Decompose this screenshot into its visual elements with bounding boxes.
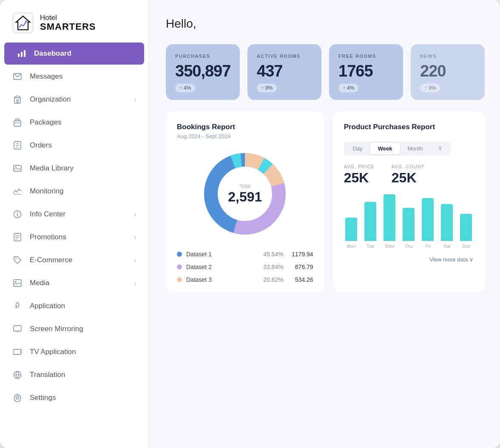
sidebar-item-messages[interactable]: Messages	[0, 65, 148, 88]
stat-badge-free-rooms: ↑ 4%	[338, 84, 358, 92]
sidebar-label-dashboard: Daseboard	[34, 49, 132, 58]
sidebar: Hotel SMARTERS Daseboard Messages	[0, 0, 149, 448]
sidebar-label-monitoring: Monitoring	[30, 187, 136, 196]
tab-month[interactable]: Month	[400, 143, 431, 154]
bar-day-label: Thu	[405, 244, 413, 249]
badge-pct-free-rooms: 4%	[347, 85, 354, 91]
tab-week[interactable]: Week	[370, 143, 400, 154]
legend-pct-1: 45.54%	[258, 251, 284, 258]
bar	[364, 202, 376, 241]
donut-chart-wrap: Total 2,591	[177, 147, 313, 241]
legend-val-1: 1179.94	[288, 251, 313, 258]
sidebar-item-application[interactable]: Application	[0, 295, 148, 317]
metric-avg-count: AVG. COUNT 25K	[392, 164, 425, 186]
chevron-right-icon4: ›	[134, 257, 136, 264]
tab-row: Day Week Month Y	[344, 142, 451, 156]
chevron-right-icon2: ›	[134, 211, 136, 218]
sidebar-label-promotions: Promotions	[30, 233, 128, 241]
logo-hotel: Hotel	[40, 14, 96, 22]
app-container: Hotel SMARTERS Daseboard Messages	[0, 0, 500, 448]
sidebar-label-settings: Settings	[30, 394, 136, 402]
sidebar-label-tv-application: TV Application	[30, 348, 136, 356]
sidebar-item-packages[interactable]: Packages	[0, 111, 148, 133]
stat-value-news: 220	[420, 62, 475, 80]
bar-day-label: Tue	[366, 244, 375, 249]
svg-rect-8	[18, 99, 19, 101]
sidebar-item-orders[interactable]: Orders	[0, 134, 148, 156]
purchases-title: Product Purchases Report	[344, 123, 474, 131]
stat-badge-active-rooms: ↑ 9%	[257, 84, 277, 92]
svg-rect-2	[18, 54, 20, 57]
svg-rect-27	[14, 280, 21, 286]
chevron-right-icon: ›	[134, 96, 136, 103]
bar-day-label: Sun	[462, 244, 471, 249]
svg-rect-3	[21, 52, 23, 57]
bar-col: Thu	[401, 208, 416, 249]
legend-pct-2: 33.84%	[258, 264, 284, 270]
chevron-right-icon3: ›	[134, 234, 136, 241]
sidebar-item-translation[interactable]: Translation	[0, 364, 148, 386]
sidebar-nav: Daseboard Messages Organization ›	[0, 43, 148, 417]
sidebar-item-screen-mirroring[interactable]: Screen Mirroring	[0, 318, 148, 340]
product-purchases-card: Product Purchases Report Day Week Month …	[333, 112, 485, 292]
puzzle-icon	[12, 302, 23, 310]
badge-pct-purchases: 4%	[184, 85, 191, 91]
legend-label-1: Dataset 1	[186, 251, 254, 258]
avg-price-label: AVG. PRICE	[344, 164, 375, 169]
tab-day[interactable]: Day	[345, 143, 370, 154]
sidebar-item-info-center[interactable]: Info Center ›	[0, 203, 148, 225]
sidebar-item-media-library[interactable]: Media Library	[0, 157, 148, 179]
sidebar-item-promotions[interactable]: Promotions ›	[0, 226, 148, 248]
sidebar-label-packages: Packages	[30, 118, 136, 127]
sidebar-item-organization[interactable]: Organization ›	[0, 88, 148, 111]
svg-rect-29	[14, 326, 21, 331]
sidebar-label-media: Media	[30, 279, 128, 287]
charts-row: Bookings Report Aug 2024 - Sept 2024	[166, 112, 485, 292]
logo-smarters: SMARTERS	[40, 22, 96, 32]
stat-card-news: NEWS 220 ↑ 9%	[411, 44, 485, 100]
metric-avg-price: AVG. PRICE 25K	[344, 164, 375, 186]
stat-badge-news: ↑ 9%	[420, 84, 440, 92]
stat-card-free-rooms: FREE ROOMS 1765 ↑ 4%	[329, 44, 403, 100]
view-more-link[interactable]: View more data ∨	[344, 256, 474, 263]
sidebar-item-monitoring[interactable]: Monitoring	[0, 180, 148, 202]
sidebar-item-settings[interactable]: Settings	[0, 387, 148, 409]
sidebar-item-ecommerce[interactable]: E-Commerce ›	[0, 249, 148, 271]
svg-point-38	[16, 397, 19, 399]
photo-icon	[12, 279, 23, 287]
bar-day-label: Fri	[425, 244, 431, 249]
stat-label-free-rooms: FREE ROOMS	[338, 54, 394, 59]
svg-point-34	[20, 351, 21, 352]
bar-day-label: Mon	[347, 244, 355, 249]
sidebar-item-tv-application[interactable]: TV Application	[0, 341, 148, 363]
bar	[345, 218, 357, 241]
legend-dot-2	[177, 264, 182, 269]
page-greeting: Hello,	[166, 17, 485, 31]
stat-value-free-rooms: 1765	[338, 62, 394, 80]
bar	[403, 208, 415, 241]
gear-icon	[12, 394, 23, 402]
sidebar-item-media[interactable]: Media ›	[0, 272, 148, 294]
svg-point-17	[15, 167, 17, 168]
sidebar-item-dashboard[interactable]: Daseboard	[4, 43, 144, 65]
info-icon	[12, 210, 23, 218]
svg-rect-16	[14, 165, 21, 171]
bar	[384, 194, 395, 241]
legend-val-3: 534.26	[288, 276, 313, 283]
mail-icon	[12, 73, 23, 80]
stat-badge-purchases: ↑ 4%	[175, 84, 195, 92]
bookings-title: Bookings Report	[177, 123, 313, 131]
svg-point-35	[20, 352, 21, 353]
stat-label-active-rooms: ACTIVE ROOMS	[257, 54, 312, 59]
chevron-right-icon5: ›	[134, 280, 136, 286]
sidebar-label-orders: Orders	[30, 141, 136, 150]
tab-year[interactable]: Y	[431, 143, 450, 154]
tv-icon	[12, 348, 23, 356]
bar-col: Tue	[363, 202, 378, 249]
stat-value-purchases: 350,897	[175, 62, 230, 80]
orders-icon	[12, 141, 23, 150]
arrow-up-icon: ↑	[179, 85, 182, 91]
promotions-icon	[12, 233, 23, 241]
sidebar-label-translation: Translation	[30, 371, 136, 379]
screen-icon	[12, 325, 23, 333]
